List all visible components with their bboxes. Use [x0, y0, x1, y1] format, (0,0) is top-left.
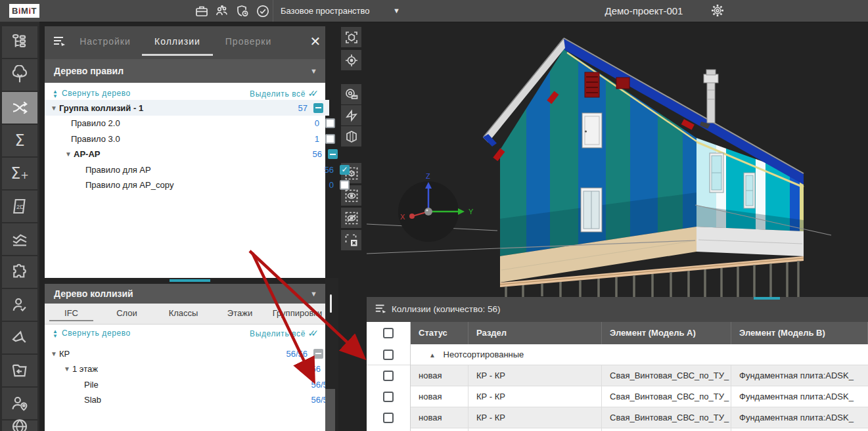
scrollbar-thumb[interactable]: [325, 389, 335, 431]
tree-row[interactable]: ▼КР56/56: [45, 346, 325, 361]
table-group-row[interactable]: ▲ Неотсортированные: [367, 344, 868, 365]
chevron-down-icon[interactable]: ▼: [393, 0, 400, 22]
table-resize-indicator[interactable]: [754, 297, 780, 300]
collapse-tree-link[interactable]: ▲▼Свернуть дерево: [53, 88, 131, 99]
element-b-cell[interactable]: Фундаментная плита:ADSK_: [731, 428, 868, 431]
close-icon[interactable]: ✕: [308, 33, 323, 50]
collapse-group-icon[interactable]: ▲: [429, 352, 436, 359]
tree-row-checkbox[interactable]: [340, 165, 350, 175]
gear-icon[interactable]: [710, 3, 725, 18]
element-a-cell[interactable]: Свая_Винтовая_СВС_по_ТУ_: [602, 386, 731, 407]
sidebar-tool-2d-view[interactable]: 2D: [2, 191, 37, 222]
grouping-tab-4[interactable]: Этажи: [221, 304, 259, 323]
element-a-cell[interactable]: Свая_Винтовая_СВС_по_ТУ_: [602, 428, 731, 431]
element-b-cell[interactable]: Фундаментная плита:ADSK_: [731, 386, 868, 407]
rules-tree-header[interactable]: Дерево правил ▼: [45, 59, 325, 83]
tree-row-checkbox[interactable]: [313, 349, 323, 359]
sidebar-tool-user-check[interactable]: [2, 289, 37, 321]
column-header[interactable]: Статус: [411, 322, 468, 344]
viewport-tool-measure[interactable]: [341, 84, 361, 104]
tree-row[interactable]: Slab56/56: [45, 392, 325, 408]
tree-row[interactable]: Правило 3.01: [45, 131, 341, 147]
sidebar-tool-charts[interactable]: [2, 223, 37, 255]
sidebar-tool-globe[interactable]: [2, 420, 37, 431]
viewport-tool-fit-view[interactable]: [341, 27, 361, 47]
row-checkbox[interactable]: [383, 371, 394, 381]
panel-tab-3[interactable]: Проверки: [225, 26, 272, 57]
team-icon[interactable]: [214, 3, 230, 19]
tree-row[interactable]: ▼АР-АР56: [45, 147, 344, 162]
table-row[interactable]: новаяКР - КРСвая_Винтовая_СВС_по_ТУ_Фунд…: [367, 428, 868, 431]
status-cell[interactable]: новая: [411, 386, 468, 407]
tree-row[interactable]: Правило 2.00: [45, 116, 341, 131]
viewport-tool-section-plane[interactable]: [341, 105, 361, 125]
grouping-tab-1[interactable]: IFC: [49, 304, 93, 323]
check-circle-icon[interactable]: [255, 3, 271, 19]
element-b-cell[interactable]: Фундаментная плита:ADSK_: [731, 365, 868, 386]
group-label-cell[interactable]: ▲ Неотсортированные: [411, 344, 868, 365]
element-b-cell[interactable]: Фундаментная плита:ADSK_: [731, 407, 868, 428]
status-cell[interactable]: новая: [411, 428, 468, 431]
splitter-indicator[interactable]: [170, 279, 210, 282]
workspace-selector[interactable]: Базовое пространство: [281, 0, 370, 22]
tree-row-checkbox[interactable]: [325, 134, 335, 144]
group-checkbox[interactable]: [383, 350, 394, 360]
collapse-tree-link[interactable]: ▲▼Свернуть дерево: [53, 328, 131, 338]
tree-row-checkbox[interactable]: [340, 180, 350, 190]
panel-tab-2[interactable]: Коллизии: [152, 26, 202, 57]
expand-caret-icon[interactable]: ▼: [49, 104, 59, 112]
table-row[interactable]: новаяКР - КРСвая_Винтовая_СВС_по_ТУ_Фунд…: [367, 407, 868, 428]
sidebar-tool-plugins[interactable]: [2, 256, 37, 288]
status-cell[interactable]: новая: [411, 365, 468, 386]
row-checkbox[interactable]: [383, 392, 394, 402]
status-cell[interactable]: новая: [411, 407, 468, 428]
grouping-tab-3[interactable]: Классы: [163, 304, 204, 323]
collapse-section-icon[interactable]: ▼: [310, 59, 317, 83]
tree-row[interactable]: ▼1 этаж56/56: [45, 361, 325, 377]
tree-row[interactable]: Pile56/56: [45, 376, 325, 392]
section-cell[interactable]: КР - КР: [468, 428, 602, 431]
sidebar-tool-model-tree[interactable]: [2, 26, 37, 58]
element-a-cell[interactable]: Свая_Винтовая_СВС_по_ТУ_: [602, 407, 731, 428]
tree-row[interactable]: Правило для АР_copy0: [45, 177, 355, 193]
sidebar-tool-sum-plus[interactable]: Σ+: [2, 158, 37, 189]
tree-row[interactable]: ▼Группа коллизий - 157: [45, 100, 329, 116]
tree-row-checkbox[interactable]: [328, 149, 338, 159]
table-row[interactable]: новаяКР - КРСвая_Винтовая_СВС_по_ТУ_Фунд…: [367, 365, 868, 386]
tree-row[interactable]: Правило для АР56: [45, 162, 355, 177]
select-all-link[interactable]: Выделить всё ✓✓: [250, 328, 319, 338]
expand-caret-icon[interactable]: ▼: [49, 350, 59, 357]
row-checkbox[interactable]: [383, 413, 394, 423]
viewport-tool-section-box[interactable]: [341, 126, 361, 147]
sidebar-tool-folder-export[interactable]: [2, 355, 37, 386]
grouping-tab-2[interactable]: Слои: [107, 304, 147, 323]
section-cell[interactable]: КР - КР: [468, 365, 602, 386]
column-header[interactable]: Элемент (Модель B): [731, 322, 868, 344]
viewport-tool-locate[interactable]: [341, 50, 361, 70]
shield-status-icon[interactable]: [235, 3, 250, 19]
sidebar-tool-site-tree[interactable]: [2, 59, 37, 91]
panel-menu-icon[interactable]: [53, 35, 67, 48]
select-all-checkbox[interactable]: [383, 328, 394, 338]
sidebar-tool-sum[interactable]: Σ: [2, 125, 37, 156]
column-header[interactable]: Раздел: [468, 322, 602, 344]
table-menu-icon[interactable]: [375, 303, 388, 316]
tree-row-checkbox[interactable]: [313, 103, 323, 113]
tree-row-checkbox[interactable]: [325, 118, 335, 128]
splitter-drag-handle[interactable]: [330, 294, 332, 313]
select-all-link[interactable]: Выделить всё ✓✓: [250, 88, 319, 99]
section-cell[interactable]: КР - КР: [468, 407, 602, 428]
viewport-tool-hide-selection[interactable]: [341, 208, 361, 228]
sidebar-tool-collisions[interactable]: [2, 92, 37, 124]
grouping-tab-5[interactable]: Группировки: [269, 304, 325, 323]
expand-caret-icon[interactable]: ▼: [63, 150, 74, 158]
panel-tab-1[interactable]: Настройки: [79, 26, 131, 57]
column-header[interactable]: Элемент (Модель A): [602, 322, 731, 344]
collision-tree-header[interactable]: Дерево коллизий ▼: [45, 284, 325, 304]
briefcase-icon[interactable]: [194, 3, 210, 19]
expand-caret-icon[interactable]: ▼: [62, 365, 72, 373]
collapse-section-icon[interactable]: ▼: [310, 284, 317, 304]
section-cell[interactable]: КР - КР: [468, 386, 602, 407]
sidebar-tool-construction[interactable]: [2, 322, 37, 353]
table-row[interactable]: новаяКР - КРСвая_Винтовая_СВС_по_ТУ_Фунд…: [367, 386, 868, 407]
